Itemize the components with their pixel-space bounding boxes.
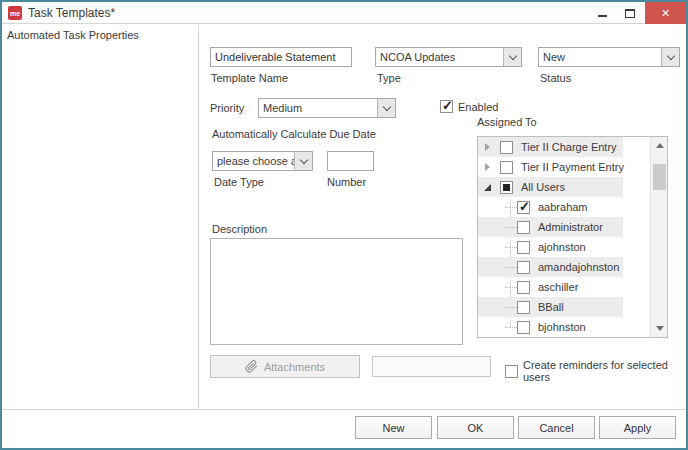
tree-item-label: ajohnston <box>538 241 586 253</box>
date-type-dropdown[interactable]: please choose a <box>212 151 313 171</box>
chevron-down-icon <box>661 48 679 66</box>
type-dropdown[interactable]: NCOA Updates <box>375 47 522 67</box>
checkbox-icon <box>505 365 518 378</box>
tree-item[interactable]: Administrator <box>478 217 623 237</box>
window-title: Task Templates* <box>28 2 115 24</box>
tree-connector-line <box>505 267 517 268</box>
pane-divider <box>198 25 199 409</box>
tree-item-label: Tier II Payment Entry <box>521 161 624 173</box>
date-type-dropdown-value: please choose a <box>213 152 294 170</box>
template-name-label: Template Name <box>211 72 288 84</box>
tree-connector-line <box>505 247 517 248</box>
template-name-input[interactable] <box>210 47 352 67</box>
tree-item-label: aschiller <box>538 281 578 293</box>
assigned-to-list[interactable]: Tier II Charge EntryTier II Payment Entr… <box>477 136 668 338</box>
new-button[interactable]: New <box>355 416 432 439</box>
scrollbar-thumb[interactable] <box>653 164 666 190</box>
title-bar: me Task Templates* ✕ <box>2 2 686 24</box>
tree-connector-line <box>505 287 517 288</box>
apply-button[interactable]: Apply <box>599 416 676 439</box>
checkbox[interactable] <box>500 141 513 154</box>
checkbox[interactable] <box>517 301 530 314</box>
maximize-icon <box>625 9 635 18</box>
tree-item-label: Tier II Charge Entry <box>521 141 617 153</box>
maximize-button[interactable] <box>619 2 641 24</box>
assigned-to-rows: Tier II Charge EntryTier II Payment Entr… <box>478 137 652 337</box>
checkbox[interactable] <box>517 261 530 274</box>
priority-dropdown[interactable]: Medium <box>258 98 396 118</box>
footer-divider <box>2 409 686 410</box>
checkbox[interactable] <box>500 181 513 194</box>
cancel-button[interactable]: Cancel <box>518 416 595 439</box>
tree-item[interactable]: aabraham <box>478 197 623 217</box>
expand-icon[interactable] <box>480 163 494 171</box>
tree-item[interactable]: bjohnston <box>478 317 623 337</box>
close-button[interactable]: ✕ <box>645 2 686 24</box>
tree-item[interactable]: Tier II Payment Entry <box>478 157 623 177</box>
tree-connector-line <box>505 307 517 308</box>
chevron-down-icon <box>503 48 521 66</box>
checkbox[interactable] <box>517 201 530 214</box>
expand-icon[interactable] <box>480 143 494 151</box>
checkbox[interactable] <box>517 321 530 334</box>
collapse-icon[interactable] <box>480 184 494 191</box>
number-label: Number <box>327 176 366 188</box>
attachments-button-label: Attachments <box>264 361 325 373</box>
paperclip-icon <box>245 360 258 373</box>
date-type-label: Date Type <box>214 176 264 188</box>
tree-item-label: All Users <box>521 181 565 193</box>
chevron-down-icon <box>294 152 312 170</box>
status-dropdown[interactable]: New <box>538 47 680 67</box>
checkbox[interactable] <box>517 281 530 294</box>
minimize-icon <box>598 15 607 17</box>
chevron-down-icon <box>377 99 395 117</box>
tree-connector-line <box>505 327 517 328</box>
checkbox[interactable] <box>517 241 530 254</box>
minimize-button[interactable] <box>592 2 612 24</box>
checkbox-icon <box>440 100 453 113</box>
tree-item-label: bjohnston <box>538 321 586 333</box>
tree-item-label: BBall <box>538 301 564 313</box>
app-logo-icon: me <box>8 6 22 20</box>
scroll-up-icon[interactable] <box>651 137 668 154</box>
create-reminders-checkbox[interactable]: Create reminders for selected users <box>505 359 686 383</box>
tree-connector-line <box>505 207 517 208</box>
assigned-to-label: Assigned To <box>477 116 537 128</box>
priority-label: Priority <box>210 102 244 114</box>
checkbox[interactable] <box>517 221 530 234</box>
tree-item-label: Administrator <box>538 221 603 233</box>
description-textarea[interactable] <box>210 238 463 345</box>
attachments-button[interactable]: Attachments <box>210 355 360 378</box>
tree-item[interactable]: BBall <box>478 297 623 317</box>
attachments-input[interactable] <box>372 356 491 377</box>
close-icon: ✕ <box>661 7 670 20</box>
priority-dropdown-value: Medium <box>259 99 377 117</box>
tree-item[interactable]: All Users <box>478 177 623 197</box>
enabled-label: Enabled <box>458 101 498 113</box>
type-dropdown-value: NCOA Updates <box>376 48 503 66</box>
tree-item-label: amandajohnston <box>538 261 619 273</box>
tree-item[interactable]: ajohnston <box>478 237 623 257</box>
sidebar-title: Automated Task Properties <box>7 29 139 41</box>
description-label: Description <box>212 223 267 235</box>
ok-button[interactable]: OK <box>437 416 514 439</box>
tree-item[interactable]: amandajohnston <box>478 257 623 277</box>
tree-item[interactable]: aschiller <box>478 277 623 297</box>
tree-item[interactable]: Tier II Charge Entry <box>478 137 623 157</box>
enabled-checkbox[interactable]: Enabled <box>440 100 498 113</box>
auto-due-date-label: Automatically Calculate Due Date <box>212 128 376 140</box>
status-dropdown-value: New <box>539 48 661 66</box>
assigned-to-scrollbar[interactable] <box>650 137 667 337</box>
checkbox[interactable] <box>500 161 513 174</box>
scroll-down-icon[interactable] <box>651 320 668 337</box>
create-reminders-label: Create reminders for selected users <box>523 359 686 383</box>
task-templates-window: me Task Templates* ✕ Automated Task Prop… <box>0 0 688 450</box>
tree-item-label: aabraham <box>538 201 588 213</box>
tree-connector-line <box>505 227 517 228</box>
status-label: Status <box>540 72 571 84</box>
type-label: Type <box>377 72 401 84</box>
number-input[interactable] <box>327 151 374 171</box>
